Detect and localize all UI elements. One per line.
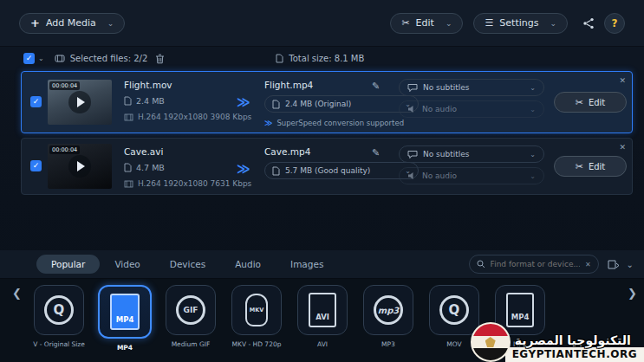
format-tile-gif[interactable]: GIF Medium GIF [163, 285, 218, 362]
tab-video[interactable]: Video [100, 255, 154, 274]
close-icon[interactable]: ✕ [619, 76, 626, 85]
play-icon[interactable] [68, 155, 91, 178]
document-icon [276, 54, 283, 63]
format-tile-mp3[interactable]: mp3 MP3 [361, 285, 416, 362]
speaker-icon [407, 105, 417, 113]
tab-popular[interactable]: Popular [36, 255, 100, 274]
chevron-down-icon: ⌄ [530, 151, 536, 158]
source-info: Flight.mov 2.4 MB H.264 1920x1080 3908 K… [124, 80, 251, 121]
total-size-label: Total size: 8.1 MB [289, 54, 364, 63]
chevron-down-icon: ⌄ [107, 19, 114, 28]
row-edit-button[interactable]: ✂ Edit [554, 92, 627, 113]
audio-dropdown[interactable]: No audio ⌄ [399, 167, 544, 184]
carousel-left-arrow[interactable]: ❮ [12, 287, 22, 300]
file-list: ✓ 00:00:04 Flight.mov 2.4 MB H.264 1920x… [21, 71, 633, 199]
selected-files-label: Selected files: 2/2 [70, 54, 148, 63]
add-media-button[interactable]: + Add Media ⌄ [19, 13, 125, 34]
close-icon[interactable]: ✕ [619, 143, 626, 152]
subtitles-value: No subtitles [423, 83, 470, 92]
avi-file-icon: AVI [309, 293, 336, 327]
video-thumbnail[interactable]: 00:00:04 [48, 144, 112, 189]
speech-bubble-icon [407, 150, 418, 159]
audio-value: No audio [422, 171, 457, 180]
format-label: MP4 [97, 344, 153, 352]
source-filename: Flight.mov [124, 80, 251, 90]
share-button[interactable] [578, 13, 599, 34]
clear-search-icon[interactable]: ✕ [585, 261, 591, 268]
scissors-icon: ✂ [401, 17, 409, 29]
egyptiantech-logo [471, 322, 511, 362]
chevron-down-icon: ⌄ [550, 19, 556, 28]
format-tabs-bar: Popular Video Devices Audio Images ✕ ⌄ [0, 250, 644, 279]
quicktime-icon: Q [44, 295, 74, 325]
output-quality-value: 2.4 MB (Original) [285, 100, 351, 108]
audio-value: No audio [422, 105, 457, 113]
speaker-icon [407, 171, 417, 180]
output-quality-dropdown[interactable]: 5.7 MB (Good quality) ⌄ [264, 162, 419, 179]
tab-label: Popular [51, 259, 85, 269]
gif-icon: GIF [176, 295, 205, 325]
source-size: 2.4 MB [136, 96, 165, 106]
subtitles-dropdown[interactable]: No subtitles ⌄ [399, 145, 544, 163]
superspeed-icon: ≫ [264, 119, 272, 127]
subtitles-value: No subtitles [423, 150, 470, 158]
clip-icon [55, 54, 65, 63]
help-label: ? [612, 17, 618, 29]
output-info: Flight.mp4 2.4 MB (Original) ⌄ ≫ SuperSp… [264, 80, 419, 127]
duration-badge: 00:00:04 [49, 81, 80, 90]
mp3-icon: mp3 [374, 295, 403, 325]
rename-icon[interactable]: ✎ [372, 147, 380, 158]
tab-label: Video [114, 259, 140, 269]
collapse-panel-icon[interactable]: ⌄ [627, 260, 634, 269]
video-thumbnail[interactable]: 00:00:04 [48, 80, 112, 125]
source-filename: Cave.avi [124, 146, 251, 157]
output-quality-dropdown[interactable]: 2.4 MB (Original) ⌄ [264, 95, 419, 113]
duration-badge: 00:00:04 [49, 145, 80, 154]
file-row-cave[interactable]: ✓ 00:00:04 Cave.avi 4.7 MB H.264 1920x10… [21, 138, 633, 195]
format-tile-mp4[interactable]: MP4 MP4 [97, 285, 153, 362]
output-info: Cave.mp4 5.7 MB (Good quality) ⌄ [264, 146, 419, 179]
format-search[interactable]: ✕ [469, 255, 599, 274]
file-row-flight[interactable]: ✓ 00:00:04 Flight.mov 2.4 MB H.264 1920x… [21, 71, 633, 133]
scissors-icon: ✂ [576, 97, 583, 108]
document-icon [272, 100, 280, 109]
watermark: التكنولوجيا المصرية EGYPTIANTECH.ORG [471, 322, 644, 362]
chevron-down-icon: ⌄ [530, 172, 536, 180]
source-size: 4.7 MB [136, 163, 165, 172]
quicktime-icon: Q [439, 295, 469, 325]
settings-menu-button[interactable]: ☰ Settings ⌄ [473, 13, 568, 34]
edit-menu-button[interactable]: ✂ Edit ⌄ [390, 13, 463, 34]
tab-devices[interactable]: Devices [155, 255, 220, 274]
format-label: MP3 [361, 340, 416, 348]
format-tile-avi[interactable]: AVI AVI [295, 285, 350, 362]
selection-chevron-icon[interactable]: ⌄ [38, 55, 44, 62]
rename-icon[interactable]: ✎ [372, 81, 380, 92]
save-preset-button[interactable] [608, 259, 620, 270]
search-input[interactable] [491, 260, 580, 268]
format-tile-original[interactable]: Q V - Original Size [31, 285, 87, 362]
row-checkbox[interactable]: ✓ [30, 96, 42, 107]
play-icon[interactable] [68, 91, 91, 113]
codec-icon [124, 113, 133, 121]
trash-button[interactable] [155, 54, 165, 64]
subtitles-dropdown[interactable]: No subtitles ⌄ [399, 79, 544, 96]
tab-images[interactable]: Images [276, 255, 338, 274]
chevron-down-icon: ⌄ [530, 106, 536, 113]
search-icon [477, 260, 485, 268]
format-tile-mkv[interactable]: MKV MKV - HD 720p [229, 285, 284, 362]
tab-audio[interactable]: Audio [220, 255, 276, 274]
convert-arrow-icon: ≫ [237, 94, 250, 110]
format-label: V - Original Size [31, 340, 87, 348]
audio-dropdown[interactable]: No audio ⌄ [399, 100, 544, 118]
row-checkbox[interactable]: ✓ [30, 160, 42, 171]
source-codec: H.264 1920x1080 7631 Kbps [138, 179, 251, 188]
select-all-checkbox[interactable]: ✓ [23, 53, 35, 64]
selection-bar: ✓ ⌄ Selected files: 2/2 Total size: 8.1 … [0, 47, 644, 70]
source-codec: H.264 1920x1080 3908 Kbps [138, 113, 251, 121]
plus-icon: + [30, 16, 40, 29]
output-filename: Flight.mp4 [264, 80, 419, 90]
help-button[interactable]: ? [604, 13, 625, 34]
edit-menu-label: Edit [416, 17, 434, 29]
row-edit-button[interactable]: ✂ Edit [554, 156, 627, 177]
carousel-right-arrow[interactable]: ❯ [628, 287, 637, 300]
